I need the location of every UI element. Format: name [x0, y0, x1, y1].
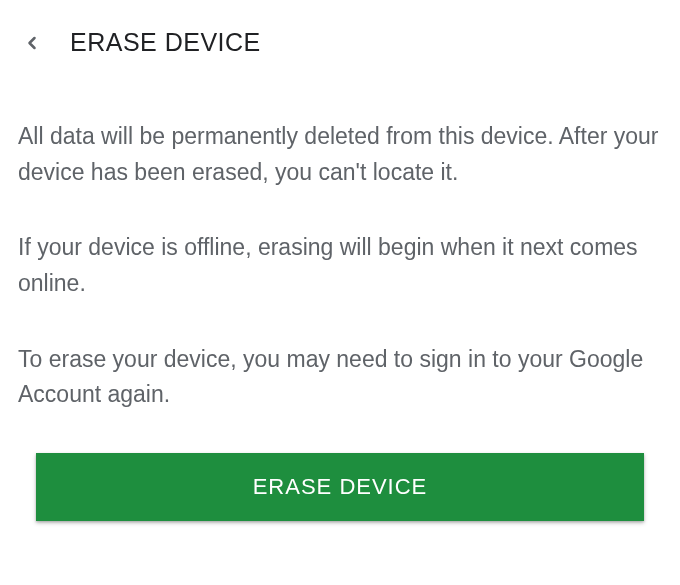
back-icon[interactable]: [22, 33, 42, 53]
page-title: ERASE DEVICE: [70, 28, 261, 57]
warning-text-1: All data will be permanently deleted fro…: [18, 119, 662, 190]
header: ERASE DEVICE: [0, 0, 680, 77]
content-area: All data will be permanently deleted fro…: [0, 77, 680, 413]
warning-text-3: To erase your device, you may need to si…: [18, 342, 662, 413]
action-bar: ERASE DEVICE: [0, 453, 680, 521]
warning-text-2: If your device is offline, erasing will …: [18, 230, 662, 301]
erase-device-button[interactable]: ERASE DEVICE: [36, 453, 644, 521]
